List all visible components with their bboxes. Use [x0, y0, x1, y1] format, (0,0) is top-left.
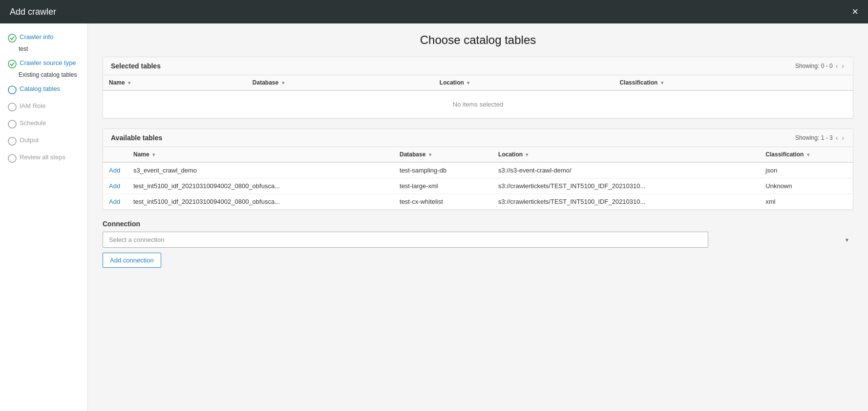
- row-location-2: s3://crawlertickets/TEST_INT5100_IDF_202…: [492, 194, 760, 210]
- table-row: Add s3_event_crawl_demo test-sampling-db…: [103, 162, 853, 178]
- add-link-2[interactable]: Add: [109, 198, 120, 205]
- sidebar-item-crawler-source-type[interactable]: Crawler source type: [0, 57, 87, 70]
- sidebar-item-review-all-steps[interactable]: Review all steps: [0, 151, 87, 165]
- app-header: Add crawler ×: [0, 0, 868, 23]
- available-col-location: Location ▾: [492, 147, 760, 162]
- row-classification-0: json: [760, 162, 853, 178]
- sidebar-label-output: Output: [20, 136, 39, 144]
- selected-col-location: Location ▾: [434, 75, 614, 90]
- close-button[interactable]: ×: [852, 6, 858, 17]
- svg-point-2: [8, 86, 16, 94]
- inactive-icon-review: [8, 154, 17, 163]
- selected-next-button[interactable]: ›: [841, 62, 845, 70]
- sidebar: Crawler info test Crawler source type Ex…: [0, 23, 88, 411]
- inactive-icon-output: [8, 137, 17, 146]
- selected-tables-showing: Showing: 0 - 0 ‹ ›: [795, 62, 845, 70]
- svg-point-3: [8, 103, 16, 111]
- available-tables-showing: Showing: 1 - 3 ‹ ›: [795, 134, 845, 142]
- available-col-database: Database ▾: [394, 147, 492, 162]
- inactive-icon-schedule: [8, 120, 17, 129]
- add-connection-button[interactable]: Add connection: [103, 253, 161, 268]
- sidebar-label-schedule: Schedule: [20, 119, 46, 127]
- sidebar-item-schedule[interactable]: Schedule: [0, 117, 87, 130]
- table-row: Add test_int5100_idf_20210310094002_0800…: [103, 178, 853, 194]
- inactive-icon-iam: [8, 103, 17, 111]
- row-classification-1: Unknown: [760, 178, 853, 194]
- selected-prev-button[interactable]: ‹: [835, 62, 839, 70]
- connection-select-wrapper: Select a connection ▾: [103, 232, 853, 248]
- selected-col-name: Name ▾: [103, 75, 247, 90]
- sidebar-item-iam-role[interactable]: IAM Role: [0, 100, 87, 113]
- available-col-name: Name ▾: [127, 147, 394, 162]
- available-col-classification: Classification ▾: [760, 147, 853, 162]
- selected-tables-section: Selected tables Showing: 0 - 0 ‹ › Name …: [103, 57, 853, 119]
- connection-select[interactable]: Select a connection: [103, 232, 708, 248]
- selected-tables-table: Name ▾ Database ▾ Location ▾ Classificat…: [103, 75, 853, 118]
- selected-col-classification: Classification ▾: [614, 75, 853, 90]
- row-database-2: test-cx-whitelist: [394, 194, 492, 210]
- selected-col-database: Database ▾: [247, 75, 434, 90]
- svg-point-5: [8, 137, 16, 145]
- connection-label: Connection: [103, 220, 853, 228]
- sidebar-item-output[interactable]: Output: [0, 134, 87, 148]
- row-classification-2: xml: [760, 194, 853, 210]
- svg-point-0: [8, 34, 16, 42]
- chevron-down-icon: ▾: [846, 237, 848, 243]
- row-name-2: test_int5100_idf_20210310094002_0800_obf…: [127, 194, 394, 210]
- available-tables-table: Name ▾ Database ▾ Location ▾ Classificat…: [103, 147, 853, 210]
- row-name-0: s3_event_crawl_demo: [127, 162, 394, 178]
- row-location-0: s3://s3-event-crawl-demo/: [492, 162, 760, 178]
- complete-icon-2: [8, 60, 17, 68]
- connection-section: Connection Select a connection ▾ Add con…: [103, 220, 853, 268]
- available-tables-header: Available tables Showing: 1 - 3 ‹ ›: [103, 129, 853, 147]
- sidebar-sub-existing: Existing catalog tables: [0, 70, 87, 79]
- available-prev-button[interactable]: ‹: [835, 134, 839, 142]
- add-cell-0: Add: [103, 162, 127, 178]
- sidebar-label-review-all-steps: Review all steps: [20, 153, 65, 161]
- no-items-text: No items selected: [103, 90, 853, 118]
- sidebar-label-crawler-info: Crawler info: [20, 33, 53, 41]
- sidebar-item-crawler-info[interactable]: Crawler info: [0, 31, 87, 44]
- add-cell-1: Add: [103, 178, 127, 194]
- available-tables-label: Available tables: [111, 134, 162, 142]
- available-col-action: [103, 147, 127, 162]
- add-link-1[interactable]: Add: [109, 182, 120, 190]
- available-next-button[interactable]: ›: [841, 134, 845, 142]
- selected-tables-label: Selected tables: [111, 62, 161, 70]
- sidebar-label-iam-role: IAM Role: [20, 102, 45, 109]
- complete-icon: [8, 34, 17, 43]
- sidebar-item-catalog-tables[interactable]: Catalog tables: [0, 83, 87, 96]
- no-items-row: No items selected: [103, 90, 853, 118]
- svg-point-1: [8, 60, 16, 68]
- layout: Crawler info test Crawler source type Ex…: [0, 23, 868, 411]
- add-cell-2: Add: [103, 194, 127, 210]
- svg-point-6: [8, 154, 16, 162]
- main-content: Choose catalog tables Selected tables Sh…: [88, 23, 868, 411]
- add-link-0[interactable]: Add: [109, 167, 120, 174]
- page-title: Choose catalog tables: [103, 33, 853, 47]
- selected-tables-header: Selected tables Showing: 0 - 0 ‹ ›: [103, 57, 853, 75]
- sidebar-sub-test: test: [0, 44, 87, 53]
- sidebar-label-crawler-source-type: Crawler source type: [20, 59, 76, 66]
- row-name-1: test_int5100_idf_20210310094002_0800_obf…: [127, 178, 394, 194]
- svg-point-4: [8, 120, 16, 128]
- row-location-1: s3://crawlertickets/TEST_INT5100_IDF_202…: [492, 178, 760, 194]
- active-icon: [8, 86, 17, 94]
- table-row: Add test_int5100_idf_20210310094002_0800…: [103, 194, 853, 210]
- row-database-1: test-large-xml: [394, 178, 492, 194]
- available-tables-section: Available tables Showing: 1 - 3 ‹ › Name…: [103, 129, 853, 210]
- sidebar-label-catalog-tables: Catalog tables: [20, 85, 60, 92]
- app-title: Add crawler: [10, 7, 56, 17]
- row-database-0: test-sampling-db: [394, 162, 492, 178]
